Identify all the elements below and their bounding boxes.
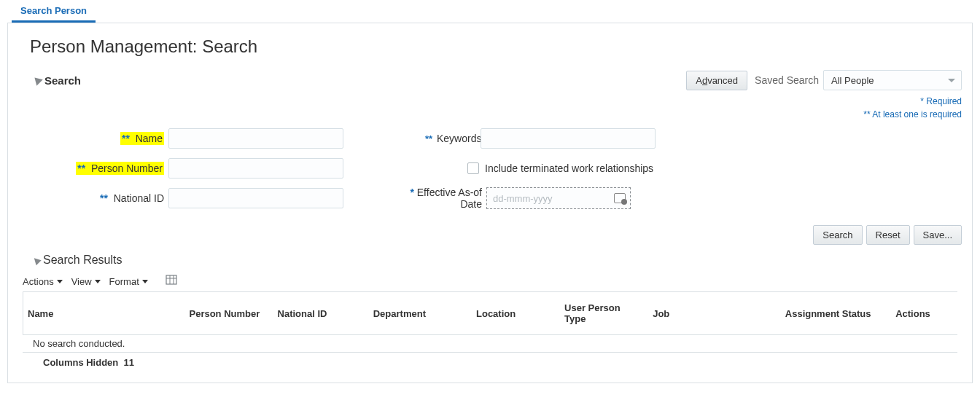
person-number-input[interactable] [168, 158, 343, 179]
actions-menu[interactable]: Actions [23, 276, 63, 287]
effective-date-input[interactable] [486, 187, 631, 209]
include-terminated-checkbox[interactable] [467, 162, 479, 174]
required-hints: * Required ** At least one is required [23, 95, 962, 121]
columns-hidden: Columns Hidden 11 [23, 353, 972, 368]
tab-label: Search Person [20, 5, 87, 16]
reset-button[interactable]: Reset [866, 225, 910, 245]
chevron-down-icon [95, 280, 101, 283]
person-number-label: ** Person Number [23, 162, 168, 174]
col-user-person-type[interactable]: User Person Type [560, 292, 648, 335]
col-job[interactable]: Job [648, 292, 781, 335]
calendar-icon[interactable] [614, 192, 626, 204]
col-assignment-status[interactable]: Assignment Status [781, 292, 891, 335]
saved-search-label: Saved Search [755, 74, 819, 86]
saved-search-value: All People [831, 75, 874, 86]
results-collapse-icon[interactable] [31, 255, 41, 264]
national-id-input[interactable] [168, 188, 343, 208]
keywords-input[interactable] [481, 128, 656, 149]
collapse-icon[interactable] [31, 74, 43, 86]
detach-table-icon[interactable] [166, 274, 177, 289]
col-name[interactable]: Name [23, 292, 185, 335]
col-location[interactable]: Location [472, 292, 560, 335]
svg-rect-0 [166, 275, 176, 284]
format-menu[interactable]: Format [109, 276, 148, 287]
view-menu[interactable]: View [71, 276, 101, 287]
advanced-button[interactable]: Advanced [686, 71, 747, 90]
chevron-down-icon [142, 280, 148, 283]
name-label: ** Name [23, 133, 168, 144]
col-actions[interactable]: Actions [891, 292, 957, 335]
results-table: Name Person Number National ID Departmen… [23, 291, 957, 335]
name-input[interactable] [168, 128, 343, 149]
col-person-number[interactable]: Person Number [184, 292, 273, 335]
chevron-down-icon [948, 79, 955, 82]
keywords-label: Keywords [437, 133, 481, 144]
search-section-title: Search [44, 74, 81, 87]
no-data-message: No search conducted. [23, 335, 957, 353]
chevron-down-icon [57, 280, 63, 283]
page-title: Person Management: Search [30, 36, 972, 57]
effective-date-field[interactable] [491, 192, 601, 205]
saved-search-select[interactable]: All People [823, 70, 962, 90]
search-button[interactable]: Search [813, 225, 862, 245]
national-id-label: ** National ID [23, 192, 168, 204]
tab-search-person[interactable]: Search Person [12, 0, 96, 23]
effective-date-label: * Effective As-of Date [387, 187, 486, 210]
col-national-id[interactable]: National ID [273, 292, 369, 335]
include-terminated-label: Include terminated work relationships [485, 162, 653, 174]
results-title: Search Results [43, 254, 122, 267]
save-button[interactable]: Save... [914, 225, 962, 245]
col-department[interactable]: Department [369, 292, 472, 335]
